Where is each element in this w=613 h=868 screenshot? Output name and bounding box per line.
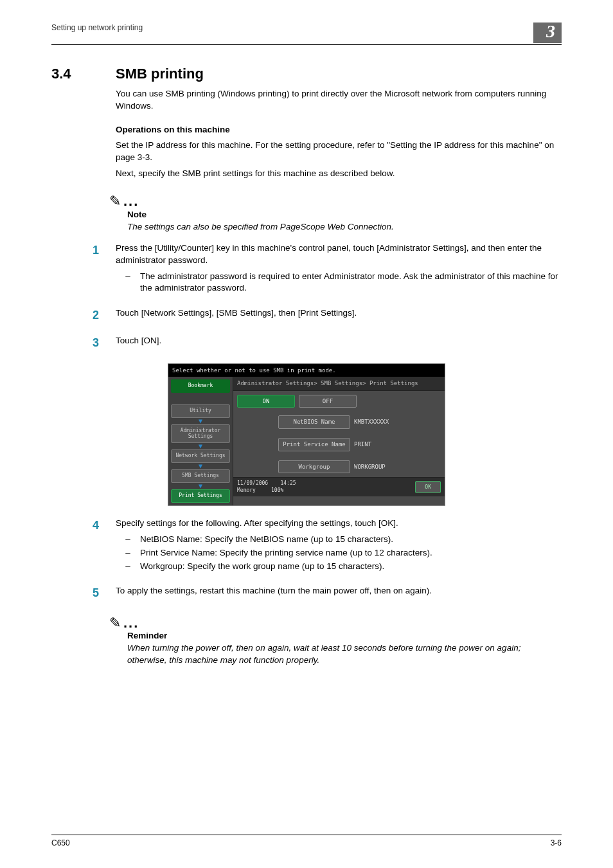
panel-time: 14:25: [280, 480, 296, 486]
step-number: 5: [51, 585, 99, 601]
chapter-number-badge: 3: [533, 23, 562, 43]
section-title: SMB printing: [116, 64, 204, 84]
step-5-text: To apply the settings, restart this mach…: [116, 586, 432, 595]
section-intro: You can use SMB printing (Windows printi…: [116, 88, 562, 113]
step-2-text: Touch [Network Settings], [SMB Settings]…: [116, 308, 357, 318]
step-5: 5 To apply the settings, restart this ma…: [51, 585, 562, 601]
print-service-name-button[interactable]: Print Service Name: [278, 438, 350, 451]
netbios-name-row: NetBIOS Name KMBTXXXXXX: [278, 415, 441, 429]
control-panel-screenshot: Select whether or not to use SMB in prin…: [168, 363, 445, 506]
page-header: Setting up network printing 3: [51, 23, 562, 45]
para-smb-settings: Next, specify the SMB print settings for…: [116, 168, 562, 180]
step-4-bullet-3: –Workgroup: Specify the work group name …: [116, 561, 562, 573]
step-1-bullet: –The administrator password is required …: [116, 271, 562, 295]
sidebar-smb-settings-button[interactable]: SMB Settings: [171, 469, 230, 483]
netbios-name-value: KMBTXXXXXX: [354, 418, 389, 426]
dash-icon: –: [116, 561, 132, 573]
page-footer: C650 3-6: [51, 835, 562, 849]
netbios-name-button[interactable]: NetBIOS Name: [278, 415, 350, 429]
para-ip-address: Set the IP address for this machine. For…: [116, 140, 562, 164]
subsection-heading: Operations on this machine: [116, 124, 562, 136]
note-icon: ✎: [109, 613, 121, 633]
step-1-text: Press the [Utility/Counter] key in this …: [116, 243, 542, 265]
panel-date: 11/09/2006: [237, 480, 268, 486]
step-1: 1 Press the [Utility/Counter] key in thi…: [51, 242, 562, 296]
dash-icon: –: [116, 271, 132, 295]
section-heading: 3.4 SMB printing: [51, 64, 562, 84]
reminder-title: Reminder: [127, 630, 562, 642]
step-2: 2 Touch [Network Settings], [SMB Setting…: [51, 307, 562, 323]
panel-instruction: Select whether or not to use SMB in prin…: [168, 364, 445, 377]
panel-memory-label: Memory: [237, 487, 256, 493]
print-service-name-row: Print Service Name PRINT: [278, 438, 441, 451]
panel-footer: 11/09/2006 14:25 Memory 100% OK: [233, 477, 445, 496]
note-dots-icon: ...: [123, 193, 139, 209]
step-number: 2: [51, 307, 99, 323]
reminder-block: ✎... Reminder When turning the power off…: [109, 613, 562, 667]
arrow-down-icon: ▼: [171, 484, 230, 488]
running-title: Setting up network printing: [51, 23, 143, 33]
step-number: 4: [51, 518, 99, 574]
note-body: The settings can also be specified from …: [127, 221, 562, 233]
procedure-steps-cont: 4 Specify settings for the following. Af…: [51, 518, 562, 602]
footer-model: C650: [51, 838, 70, 849]
step-3: 3 Touch [ON].: [51, 335, 562, 351]
note-block: ✎... Note The settings can also be speci…: [109, 192, 562, 233]
procedure-steps: 1 Press the [Utility/Counter] key in thi…: [51, 242, 562, 352]
arrow-down-icon: ▼: [171, 464, 230, 468]
arrow-down-icon: ▼: [171, 419, 230, 423]
note-dots-icon: ...: [123, 615, 139, 631]
off-button[interactable]: OFF: [299, 395, 357, 408]
sidebar-network-settings-button[interactable]: Network Settings: [171, 449, 230, 463]
sidebar-bookmark-button[interactable]: Bookmark: [171, 379, 230, 393]
reminder-body: When turning the power off, then on agai…: [127, 642, 562, 667]
workgroup-value: WORKGROUP: [354, 463, 386, 471]
workgroup-button[interactable]: Workgroup: [278, 460, 350, 474]
panel-breadcrumb: Administrator Settings> SMB Settings> Pr…: [233, 377, 445, 391]
section-number: 3.4: [51, 64, 96, 84]
print-service-name-value: PRINT: [354, 440, 371, 449]
step-4: 4 Specify settings for the following. Af…: [51, 518, 562, 574]
note-icon: ✎: [109, 192, 121, 212]
step-number: 3: [51, 335, 99, 351]
step-4-text: Specify settings for the following. Afte…: [116, 518, 398, 528]
sidebar-admin-settings-button[interactable]: Administrator Settings: [171, 424, 230, 444]
workgroup-row: Workgroup WORKGROUP: [278, 460, 441, 474]
step-4-bullet-1: –NetBIOS Name: Specify the NetBIOS name …: [116, 534, 562, 546]
panel-memory-value: 100%: [271, 487, 283, 493]
dash-icon: –: [116, 547, 132, 559]
step-3-text: Touch [ON].: [116, 336, 161, 345]
step-4-bullet-2: –Print Service Name: Specify the printin…: [116, 547, 562, 559]
sidebar-utility-button[interactable]: Utility: [171, 404, 230, 418]
ok-button[interactable]: OK: [415, 481, 441, 493]
on-button[interactable]: ON: [237, 395, 295, 408]
footer-page-number: 3-6: [551, 838, 562, 849]
note-title: Note: [127, 209, 562, 221]
dash-icon: –: [116, 534, 132, 546]
panel-sidebar: Bookmark Utility ▼ Administrator Setting…: [168, 377, 233, 505]
sidebar-print-settings-button[interactable]: Print Settings: [171, 489, 230, 503]
step-number: 1: [51, 242, 99, 296]
arrow-down-icon: ▼: [171, 444, 230, 448]
